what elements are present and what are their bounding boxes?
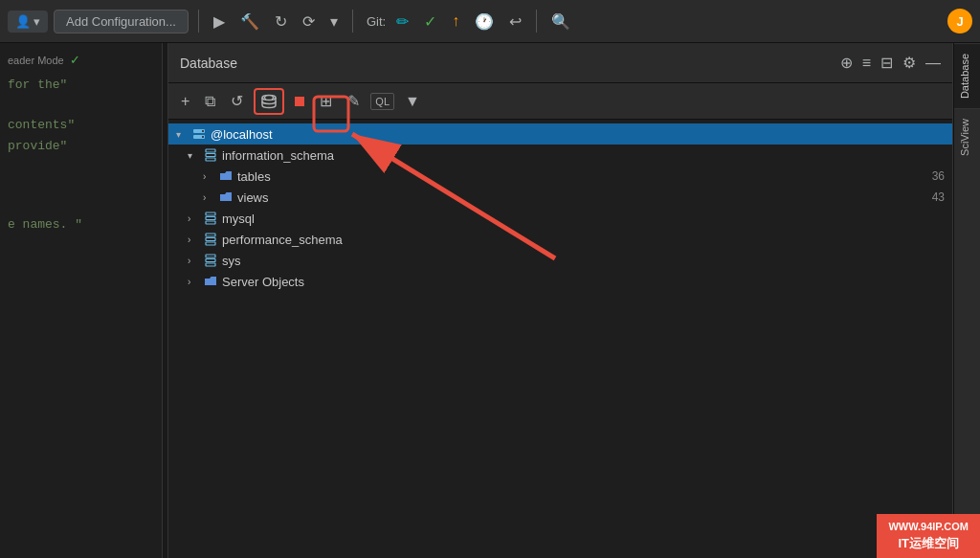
reader-mode-check: ✓ xyxy=(70,53,80,67)
tree-item-sys[interactable]: › sys xyxy=(168,250,952,271)
git-label: Git: xyxy=(367,14,386,29)
mysql-label: mysql xyxy=(222,212,945,226)
git-pencil-icon[interactable]: ✏ xyxy=(391,9,413,34)
collapse-icon[interactable]: ⊟ xyxy=(880,54,893,72)
stop-button[interactable] xyxy=(290,94,309,109)
code-line-blank1 xyxy=(8,96,154,115)
git-arrow-icon[interactable]: ↑ xyxy=(447,9,464,33)
query-console-button[interactable]: QL xyxy=(370,93,394,110)
svg-rect-6 xyxy=(206,154,215,157)
reload2-button[interactable]: ⟳ xyxy=(298,9,320,34)
toolbar-separator-2 xyxy=(352,10,353,33)
database-panel-header: Database ⊕ ≡ ⊟ ⚙ — xyxy=(168,43,952,83)
build-button[interactable]: 🔨 xyxy=(235,9,264,34)
database-header-icons: ⊕ ≡ ⊟ ⚙ — xyxy=(840,54,941,72)
svg-point-4 xyxy=(202,136,204,138)
sys-label: sys xyxy=(222,254,945,268)
undo-icon: ↩ xyxy=(509,12,522,31)
tree-item-mysql[interactable]: › mysql xyxy=(168,208,952,229)
build-icon: 🔨 xyxy=(240,12,259,31)
run-button[interactable]: ▶ xyxy=(209,9,230,34)
code-line-blank2 xyxy=(8,157,154,214)
server-icon xyxy=(191,126,207,142)
filter-tree-button[interactable]: ▼ xyxy=(400,90,425,113)
svg-rect-9 xyxy=(206,217,215,220)
user-icon: 👤 xyxy=(15,14,31,29)
tree-item-localhost[interactable]: ▾ @localhost xyxy=(168,123,952,145)
tree-arrow-mysql: › xyxy=(188,213,199,224)
server-objects-label: Server Objects xyxy=(222,275,945,289)
edit-button[interactable]: ✎ xyxy=(343,89,365,113)
views-count: 43 xyxy=(932,190,945,204)
add-configuration-button[interactable]: Add Configuration... xyxy=(54,10,189,33)
reader-mode-label: eader Mode xyxy=(8,55,64,66)
main-layout: eader Mode ✓ for the" contents" provide"… xyxy=(0,43,980,558)
add-datasource-icon[interactable]: ⊕ xyxy=(840,54,853,72)
tree-item-server-objects[interactable]: › Server Objects xyxy=(168,271,952,292)
copy-button[interactable]: ⧉ xyxy=(200,90,220,113)
search-icon: 🔍 xyxy=(551,12,570,31)
undo-button[interactable]: ↩ xyxy=(504,9,526,34)
code-panel: eader Mode ✓ for the" contents" provide"… xyxy=(0,43,163,558)
server-objects-folder-icon xyxy=(203,274,218,289)
svg-rect-11 xyxy=(206,234,215,236)
mysql-icon xyxy=(203,211,218,226)
clock-button[interactable]: 🕐 xyxy=(470,9,499,34)
search-button[interactable]: 🔍 xyxy=(546,9,575,34)
watermark: WWW.94IP.COM IT运维空间 xyxy=(877,514,980,558)
filter-icon[interactable]: ≡ xyxy=(862,55,871,72)
sys-icon xyxy=(203,253,218,268)
tree-item-info-schema[interactable]: ▾ information_schema xyxy=(168,145,952,166)
database-toolbar: + ⧉ ↺ ⊞ ✎ QL ▼ xyxy=(168,83,952,120)
database-panel: Database ⊕ ≡ ⊟ ⚙ — + ⧉ ↺ xyxy=(168,43,953,558)
perf-schema-icon xyxy=(203,232,218,247)
refresh-button[interactable]: ↺ xyxy=(226,89,248,113)
dropdown-button[interactable]: ▾ xyxy=(325,9,343,34)
tables-folder-icon xyxy=(218,168,234,184)
watermark-url: WWW.94IP.COM xyxy=(888,520,969,534)
clock-icon: 🕐 xyxy=(475,12,494,31)
schema-sync-icon xyxy=(260,93,278,110)
database-panel-title: Database xyxy=(180,56,237,71)
user-chevron: ▾ xyxy=(33,14,40,29)
toolbar-separator-1 xyxy=(198,10,199,33)
tables-label: tables xyxy=(237,169,924,184)
tree-item-performance-schema[interactable]: › performance_schema xyxy=(168,229,952,250)
tree-item-tables[interactable]: › tables 36 xyxy=(168,166,952,187)
tree-arrow-tables: › xyxy=(203,171,214,182)
tables-count: 36 xyxy=(932,169,945,183)
tree-arrow-perf-schema: › xyxy=(188,234,199,245)
table-view-button[interactable]: ⊞ xyxy=(315,89,337,113)
tree-arrow-localhost: ▾ xyxy=(176,129,188,140)
reload-icon: ↻ xyxy=(275,12,287,31)
svg-rect-10 xyxy=(206,221,215,224)
reload-button[interactable]: ↻ xyxy=(270,9,292,34)
reload2-icon: ⟳ xyxy=(302,12,315,31)
code-line-2: contents" xyxy=(8,115,154,136)
views-folder-icon xyxy=(218,190,234,205)
user-button[interactable]: 👤 ▾ xyxy=(8,11,48,33)
svg-rect-8 xyxy=(206,212,215,215)
info-schema-label: information_schema xyxy=(222,148,945,163)
code-line-3: provide" xyxy=(8,136,154,157)
tree-arrow-views: › xyxy=(203,192,214,203)
tree-item-views[interactable]: › views 43 xyxy=(168,187,952,208)
watermark-text: IT运维空间 xyxy=(888,535,969,552)
git-check-icon[interactable]: ✓ xyxy=(419,9,441,34)
right-sidebar: Database SciView xyxy=(953,43,980,558)
minimize-icon[interactable]: — xyxy=(925,55,941,72)
code-line-4: e names. " xyxy=(8,214,154,235)
svg-rect-14 xyxy=(206,255,215,257)
sidebar-tab-sciview[interactable]: SciView xyxy=(954,108,980,166)
svg-rect-13 xyxy=(206,242,215,245)
tree-arrow-info-schema: ▾ xyxy=(188,150,199,161)
sidebar-tab-database[interactable]: Database xyxy=(954,43,980,108)
database-tree: ▾ @localhost ▾ information_schema › xyxy=(168,120,952,558)
new-item-button[interactable]: + xyxy=(176,90,194,113)
schema-sync-button[interactable] xyxy=(254,88,284,115)
toolbar-separator-3 xyxy=(536,10,537,33)
profile-avatar[interactable]: J xyxy=(947,9,972,33)
settings-gear-icon[interactable]: ⚙ xyxy=(902,54,916,72)
svg-rect-7 xyxy=(206,158,215,161)
db-schema-icon xyxy=(203,147,218,163)
